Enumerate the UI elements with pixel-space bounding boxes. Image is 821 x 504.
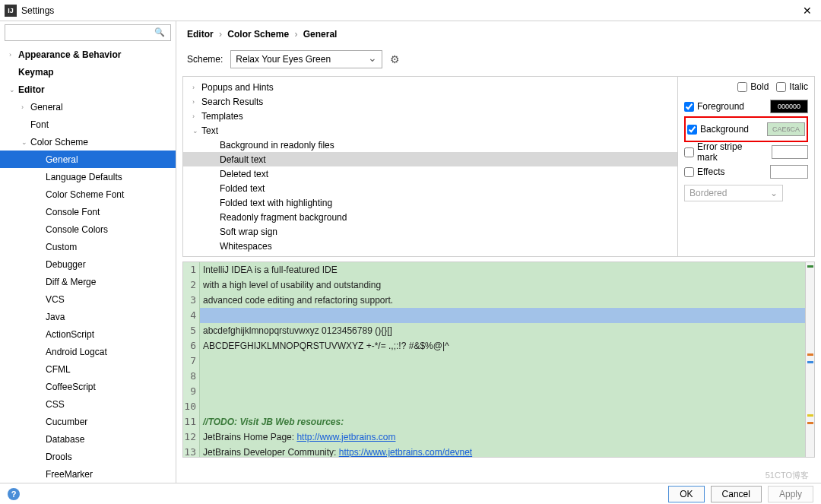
code-area[interactable]: IntelliJ IDEA is a full-featured IDEwith… — [200, 262, 805, 457]
scheme-label: Scheme: — [187, 54, 223, 65]
sidebar-item[interactable]: CFML — [0, 360, 176, 378]
sidebar-item[interactable]: Database — [0, 430, 176, 448]
breadcrumb-item[interactable]: Color Scheme — [227, 29, 289, 40]
sidebar-item[interactable]: Language Defaults — [0, 168, 176, 185]
scheme-select[interactable]: Relax Your Eyes Green — [230, 50, 382, 68]
sidebar-item[interactable]: CSS — [0, 395, 176, 413]
dialog-footer: ? OK Cancel Apply — [0, 483, 821, 504]
preview-editor[interactable]: 1 2 3 4 5 6 7 8 9 10 11 12 13 IntelliJ I… — [182, 262, 815, 458]
sidebar-item[interactable]: Java — [0, 308, 176, 325]
mark — [807, 265, 813, 268]
code-line[interactable] — [200, 384, 805, 399]
foreground-checkbox[interactable]: Foreground — [684, 101, 744, 112]
sidebar-item[interactable]: Diff & Merge — [0, 273, 176, 290]
gutter: 1 2 3 4 5 6 7 8 9 10 11 12 13 — [183, 262, 200, 457]
code-line[interactable]: abcdefghijklmnopqrstuvwxyz 0123456789 ()… — [200, 323, 805, 338]
titlebar: IJ Settings ✕ — [0, 0, 821, 21]
sidebar-item[interactable]: ActionScript — [0, 325, 176, 343]
code-line[interactable] — [200, 353, 805, 369]
apply-button[interactable]: Apply — [768, 486, 813, 502]
settings-tree[interactable]: ›Appearance & BehaviorKeymap⌄Editor›Gene… — [0, 44, 176, 483]
error-stripe-color[interactable] — [772, 145, 808, 159]
code-line[interactable]: with a high level of usability and outst… — [200, 277, 805, 293]
error-stripe[interactable] — [805, 262, 814, 457]
sidebar-item[interactable]: Color Scheme Font — [0, 185, 176, 203]
code-line[interactable]: JetBrains Developer Community: https://w… — [200, 445, 805, 457]
settings-sidebar: 🔍 ›Appearance & BehaviorKeymap⌄Editor›Ge… — [0, 21, 176, 483]
mark — [807, 422, 813, 424]
foreground-color[interactable]: 000000 — [770, 100, 808, 113]
sidebar-item[interactable]: Drools — [0, 448, 176, 465]
effects-type-select: Bordered — [684, 185, 783, 201]
sidebar-item[interactable]: ›Appearance & Behavior — [0, 46, 176, 63]
breadcrumb: Editor › Color Scheme › General — [176, 21, 821, 47]
element-row[interactable]: Deleted text — [183, 166, 677, 181]
app-icon: IJ — [5, 5, 17, 17]
element-row[interactable]: Default text — [183, 152, 677, 166]
element-row[interactable]: Soft wrap sign — [183, 224, 677, 239]
main-panel: Editor › Color Scheme › General Scheme: … — [176, 21, 821, 483]
help-icon[interactable]: ? — [8, 488, 20, 500]
element-row[interactable]: ›Popups and Hints — [183, 80, 677, 94]
sidebar-item[interactable]: Console Font — [0, 203, 176, 220]
element-row[interactable]: Background in readonly files — [183, 138, 677, 152]
ok-button[interactable]: OK — [668, 486, 704, 502]
code-line[interactable] — [200, 399, 805, 414]
element-row[interactable]: Folded text — [183, 181, 677, 195]
sidebar-item[interactable]: Custom — [0, 238, 176, 255]
properties-pane: Bold Italic Foreground 000000 Background… — [677, 77, 814, 256]
breadcrumb-item: General — [303, 29, 338, 40]
mark — [807, 361, 813, 363]
effects-checkbox[interactable]: Effects — [684, 166, 724, 177]
code-line[interactable]: advanced code editing and refactoring su… — [200, 293, 805, 308]
italic-checkbox[interactable]: Italic — [776, 81, 808, 92]
bold-checkbox[interactable]: Bold — [737, 81, 769, 92]
sidebar-item[interactable]: CoffeeScript — [0, 378, 176, 395]
background-checkbox[interactable]: Background — [687, 124, 749, 135]
sidebar-item[interactable]: Font — [0, 116, 176, 133]
mark — [807, 353, 813, 356]
sidebar-item[interactable]: Cucumber — [0, 413, 176, 430]
background-color[interactable]: CAE6CA — [767, 122, 805, 136]
gear-icon[interactable]: ⚙ — [390, 53, 400, 65]
sidebar-item[interactable]: Debugger — [0, 255, 176, 273]
code-line[interactable]: //TODO: Visit JB Web resources: — [200, 414, 805, 430]
sidebar-item[interactable]: General — [0, 151, 176, 168]
sidebar-item[interactable]: VCS — [0, 290, 176, 308]
code-line[interactable]: JetBrains Home Page: http://www.jetbrain… — [200, 430, 805, 445]
sidebar-item[interactable]: ⌄Color Scheme — [0, 133, 176, 151]
error-stripe-checkbox[interactable]: Error stripe mark — [684, 141, 762, 163]
code-line[interactable]: ABCDEFGHIJKLMNOPQRSTUVWXYZ +-*/= .,;:!? … — [200, 338, 805, 353]
window-title: Settings — [21, 5, 798, 16]
element-tree[interactable]: ›Popups and Hints›Search Results›Templat… — [183, 77, 677, 256]
element-row[interactable]: Whitespaces — [183, 239, 677, 253]
code-line[interactable] — [200, 369, 805, 384]
element-row[interactable]: ›Search Results — [183, 94, 677, 109]
search-input[interactable] — [5, 24, 171, 41]
sidebar-item[interactable]: Keymap — [0, 63, 176, 81]
cancel-button[interactable]: Cancel — [711, 486, 762, 502]
effects-color[interactable] — [770, 165, 808, 179]
element-row[interactable]: ›Templates — [183, 109, 677, 123]
element-row[interactable]: Folded text with highlighting — [183, 195, 677, 210]
element-row[interactable]: Readonly fragment background — [183, 210, 677, 224]
sidebar-item[interactable]: ⌄Editor — [0, 81, 176, 98]
sidebar-item[interactable]: Android Logcat — [0, 343, 176, 360]
sidebar-item[interactable]: Console Colors — [0, 220, 176, 238]
close-icon[interactable]: ✕ — [798, 5, 816, 17]
sidebar-item[interactable]: ›General — [0, 98, 176, 116]
code-line[interactable] — [200, 308, 805, 323]
code-line[interactable]: IntelliJ IDEA is a full-featured IDE — [200, 262, 805, 277]
sidebar-item[interactable]: FreeMarker — [0, 465, 176, 483]
element-row[interactable]: ⌄Text — [183, 123, 677, 138]
mark — [807, 414, 813, 417]
breadcrumb-item[interactable]: Editor — [187, 29, 214, 40]
